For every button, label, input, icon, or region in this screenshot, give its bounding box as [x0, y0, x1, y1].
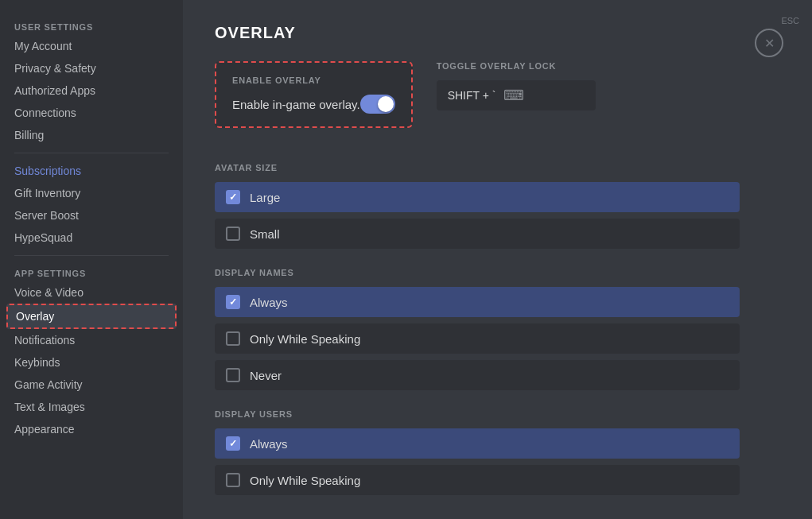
display-users-always[interactable]: Always [215, 428, 740, 459]
avatar-size-label: Avatar Size [215, 163, 780, 172]
page-title: Overlay [215, 24, 780, 42]
display-names-always[interactable]: Always [215, 287, 740, 317]
sidebar-divider-1 [14, 153, 169, 153]
close-area: ✕ ESC [781, 13, 799, 25]
esc-label: ESC [781, 16, 799, 25]
lock-key-box[interactable]: SHIFT + ` ⌨ [437, 80, 596, 110]
sidebar-item-hypesquad[interactable]: HypeSquad [6, 227, 177, 249]
display-names-never-checkbox[interactable] [226, 368, 240, 382]
display-names-section: Display Names Always Only While Speaking… [215, 268, 780, 390]
display-names-speaking-label: Only While Speaking [250, 332, 360, 346]
app-settings-label: App Settings [6, 262, 177, 281]
display-names-never[interactable]: Never [215, 360, 740, 390]
main-content: Overlay Enable Overlay Enable in-game ov… [183, 0, 812, 519]
close-icon: ✕ [764, 36, 775, 51]
enable-overlay-text: Enable in-game overlay. [232, 98, 360, 111]
avatar-small-label: Small [250, 227, 280, 241]
display-users-speaking[interactable]: Only While Speaking [215, 465, 740, 495]
avatar-size-section: Avatar Size Large Small [215, 163, 780, 249]
display-names-speaking-checkbox[interactable] [226, 331, 240, 346]
display-users-always-label: Always [250, 437, 288, 451]
display-names-speaking[interactable]: Only While Speaking [215, 323, 740, 354]
sidebar-item-notifications[interactable]: Notifications [6, 329, 177, 351]
display-users-speaking-checkbox[interactable] [226, 473, 240, 487]
sidebar-item-text-images[interactable]: Text & Images [6, 396, 177, 418]
display-users-label: Display Users [215, 409, 780, 419]
enable-overlay-toggle[interactable] [360, 95, 395, 114]
keyboard-icon: ⌨ [503, 87, 524, 104]
display-names-never-label: Never [250, 369, 282, 382]
display-users-speaking-label: Only While Speaking [250, 474, 360, 487]
sidebar-item-keybinds[interactable]: Keybinds [6, 351, 177, 374]
enable-overlay-label: Enable Overlay [232, 76, 395, 85]
sidebar-item-server-boost[interactable]: Server Boost [6, 204, 177, 227]
display-users-always-checkbox[interactable] [226, 436, 240, 451]
sidebar-item-my-account[interactable]: My Account [6, 35, 177, 57]
display-names-always-label: Always [250, 296, 288, 309]
avatar-small-checkbox[interactable] [226, 227, 240, 241]
user-settings-label: User Settings [6, 16, 177, 35]
toggle-row: Enable in-game overlay. [232, 95, 395, 114]
avatar-large-label: Large [250, 191, 280, 204]
sidebar-item-gift-inventory[interactable]: Gift Inventory [6, 182, 177, 204]
sidebar-item-connections[interactable]: Connections [6, 102, 177, 124]
avatar-size-small[interactable]: Small [215, 219, 740, 249]
sidebar-item-overlay[interactable]: Overlay [6, 304, 177, 329]
display-names-always-checkbox[interactable] [226, 295, 240, 309]
avatar-large-checkbox[interactable] [226, 190, 240, 204]
sidebar-item-game-activity[interactable]: Game Activity [6, 374, 177, 396]
enable-overlay-section: Enable Overlay Enable in-game overlay. [215, 61, 413, 128]
toggle-overlay-lock-section: Toggle Overlay Lock SHIFT + ` ⌨ [437, 61, 596, 110]
avatar-size-large[interactable]: Large [215, 182, 740, 212]
display-names-label: Display Names [215, 268, 780, 277]
key-combo-text: SHIFT + ` [448, 89, 496, 102]
sidebar-item-billing[interactable]: Billing [6, 124, 177, 146]
sidebar-item-appearance[interactable]: Appearance [6, 418, 177, 440]
sidebar-item-privacy-safety[interactable]: Privacy & Safety [6, 57, 177, 79]
sidebar-item-voice-video[interactable]: Voice & Video [6, 281, 177, 304]
display-users-section: Display Users Always Only While Speaking [215, 409, 780, 495]
toggle-lock-label: Toggle Overlay Lock [437, 61, 596, 71]
sidebar-item-authorized-apps[interactable]: Authorized Apps [6, 79, 177, 102]
sidebar-item-subscriptions[interactable]: Subscriptions [6, 160, 177, 182]
sidebar-divider-2 [14, 255, 169, 256]
close-button[interactable]: ✕ [755, 29, 783, 57]
sidebar: User Settings My Account Privacy & Safet… [0, 0, 183, 519]
